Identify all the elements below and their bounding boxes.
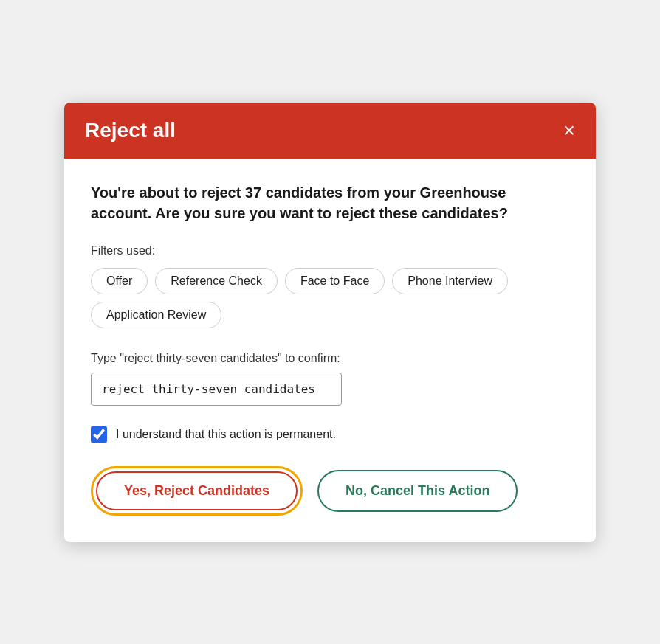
filter-tag: Reference Check xyxy=(155,268,278,294)
filters-container: OfferReference CheckFace to FacePhone In… xyxy=(91,268,569,328)
modal-overlay: Reject all × You're about to reject 37 c… xyxy=(0,0,660,644)
close-button[interactable]: × xyxy=(563,120,575,141)
filter-tag: Face to Face xyxy=(285,268,385,294)
checkbox-row: I understand that this action is permane… xyxy=(91,426,569,443)
filters-label: Filters used: xyxy=(91,244,569,257)
yes-button-wrapper: Yes, Reject Candidates xyxy=(91,466,303,516)
filter-tag: Offer xyxy=(91,268,148,294)
modal-header: Reject all × xyxy=(64,103,596,159)
confirm-input[interactable] xyxy=(91,373,342,406)
permanent-action-checkbox[interactable] xyxy=(91,426,107,443)
yes-reject-button[interactable]: Yes, Reject Candidates xyxy=(96,471,298,510)
warning-text: You're about to reject 37 candidates fro… xyxy=(91,182,569,224)
filter-tag: Phone Interview xyxy=(392,268,508,294)
checkbox-label: I understand that this action is permane… xyxy=(116,428,336,441)
modal-title: Reject all xyxy=(85,119,176,142)
no-cancel-button[interactable]: No, Cancel This Action xyxy=(317,470,518,512)
buttons-row: Yes, Reject Candidates No, Cancel This A… xyxy=(91,466,569,516)
filter-tag: Application Review xyxy=(91,302,221,328)
confirm-label: Type "reject thirty-seven candidates" to… xyxy=(91,352,569,365)
reject-all-modal: Reject all × You're about to reject 37 c… xyxy=(64,103,596,542)
modal-body: You're about to reject 37 candidates fro… xyxy=(64,159,596,542)
